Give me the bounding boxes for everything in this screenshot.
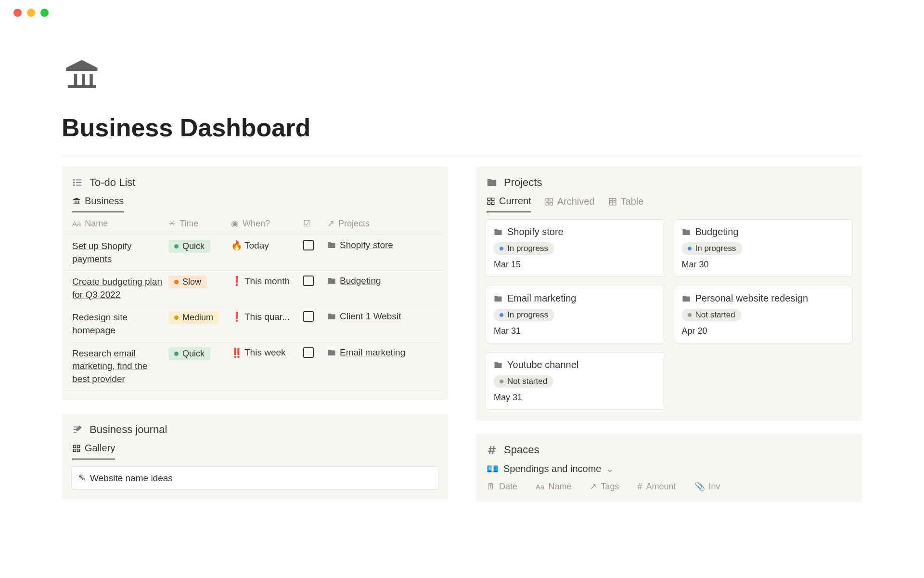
journal-title: Business journal <box>90 423 167 436</box>
checkbox[interactable] <box>303 347 314 358</box>
project-card[interactable]: Email marketing In progress Mar 31 <box>486 286 665 343</box>
checkbox[interactable] <box>303 240 314 250</box>
checkbox[interactable] <box>303 311 314 322</box>
status-pill: In progress <box>494 309 554 321</box>
col-date: Date <box>499 482 517 492</box>
col-spname: Name <box>548 482 571 492</box>
svg-rect-10 <box>77 445 80 447</box>
status-pill: Not started <box>494 375 553 388</box>
project-card[interactable]: Youtube channel Not started May 31 <box>486 352 665 410</box>
pencil-list-icon <box>72 424 83 435</box>
tab-business[interactable]: Business <box>72 196 124 212</box>
folder-icon <box>682 294 691 303</box>
table-row[interactable]: Create budgeting plan for Q3 2022 Slow ❗… <box>65 271 444 306</box>
svg-rect-11 <box>73 449 76 451</box>
svg-line-28 <box>493 446 494 454</box>
table-header: AaName ✳Time ◉When? ☑ ↗Projects <box>65 212 444 235</box>
gallery-item[interactable]: ✎ Website name ideas <box>71 466 438 490</box>
col-tags: Tags <box>601 482 619 492</box>
project-link[interactable]: Budgeting <box>327 276 419 286</box>
folder-icon <box>487 177 497 188</box>
gallery-icon <box>72 444 81 453</box>
svg-point-2 <box>74 185 75 186</box>
folder-icon <box>327 241 336 250</box>
status-pill: In progress <box>494 242 554 255</box>
svg-rect-12 <box>77 449 80 451</box>
money-icon: 💶 <box>487 463 499 474</box>
card-date: Mar 15 <box>494 260 657 270</box>
checkbox[interactable] <box>303 276 314 286</box>
minimize-icon[interactable] <box>27 9 35 17</box>
col-projects: Projects <box>338 219 370 229</box>
project-link[interactable]: Client 1 Websit <box>327 311 419 322</box>
journal-panel: Business journal Gallery ✎ Website name … <box>62 414 448 499</box>
close-icon[interactable] <box>13 9 22 17</box>
svg-line-27 <box>489 446 491 454</box>
col-time: Time <box>180 219 198 229</box>
task-name[interactable]: Set up Shopify payments <box>72 240 168 265</box>
when-cell: ‼️This week <box>231 347 303 358</box>
sun-icon: ✳ <box>168 218 176 229</box>
project-card[interactable]: Budgeting In progress Mar 30 <box>674 219 853 277</box>
page-title: Business Dashboard <box>62 113 862 155</box>
calendar-icon: 🗓 <box>487 482 495 492</box>
window-controls <box>0 0 924 17</box>
card-title-label: Youtube channel <box>507 359 578 370</box>
svg-rect-20 <box>550 202 552 205</box>
tab-gallery[interactable]: Gallery <box>72 443 115 460</box>
tab-table-label: Table <box>621 196 644 207</box>
folder-icon <box>494 228 502 236</box>
tab-business-label: Business <box>85 196 124 207</box>
task-name[interactable]: Redesign site homepage <box>72 311 168 337</box>
spaces-columns: 🗓Date AaName ↗Tags #Amount 📎Inv <box>476 474 862 492</box>
tab-gallery-label: Gallery <box>85 443 115 454</box>
tab-table[interactable]: Table <box>608 196 644 212</box>
chevron-down-icon: ⌄ <box>606 463 614 474</box>
time-pill: Quick <box>168 347 210 360</box>
projects-title: Projects <box>504 176 542 189</box>
folder-icon <box>682 228 691 236</box>
page-bank-icon <box>62 55 102 96</box>
folder-icon <box>494 361 502 369</box>
hash-icon: # <box>637 482 642 492</box>
spaces-select[interactable]: 💶 Spendings and income ⌄ <box>476 456 862 474</box>
card-date: Mar 31 <box>494 326 657 336</box>
task-name[interactable]: Research email marketing, find the best … <box>72 347 168 386</box>
card-title-label: Email marketing <box>507 293 576 304</box>
task-name[interactable]: Create budgeting plan for Q3 2022 <box>72 276 168 301</box>
svg-rect-17 <box>546 198 548 201</box>
tab-archived[interactable]: Archived <box>545 196 595 212</box>
table-row[interactable]: Redesign site homepage Medium ❗This quar… <box>65 306 444 342</box>
table-icon <box>608 197 617 206</box>
time-pill: Slow <box>168 276 207 289</box>
when-icon: ‼️ <box>231 347 243 358</box>
tab-current[interactable]: Current <box>487 196 531 212</box>
card-title-label: Personal website redesign <box>695 293 808 304</box>
project-card[interactable]: Shopify store In progress Mar 15 <box>486 219 665 277</box>
svg-rect-18 <box>550 198 552 201</box>
table-row[interactable]: Research email marketing, find the best … <box>65 342 444 391</box>
when-cell: ❗This quar... <box>231 311 303 322</box>
folder-icon <box>327 276 336 285</box>
arrow-icon: ↗ <box>590 481 597 492</box>
svg-point-1 <box>74 182 75 183</box>
svg-rect-15 <box>488 202 490 204</box>
aa-icon: Aa <box>536 483 544 491</box>
svg-point-0 <box>74 180 75 181</box>
project-card[interactable]: Personal website redesign Not started Ap… <box>674 286 853 343</box>
spaces-title: Spaces <box>504 444 539 456</box>
col-inv: Inv <box>709 482 720 492</box>
list-icon <box>72 177 83 188</box>
maximize-icon[interactable] <box>40 9 49 17</box>
project-link[interactable]: Shopify store <box>327 240 419 250</box>
checkbox-icon: ☑ <box>303 218 311 229</box>
board-icon <box>545 197 553 206</box>
project-link[interactable]: Email marketing <box>327 347 419 358</box>
table-row[interactable]: Set up Shopify payments Quick 🔥Today Sho… <box>65 235 444 271</box>
time-pill: Medium <box>168 311 219 324</box>
folder-icon <box>494 294 502 303</box>
spaces-panel: Spaces 💶 Spendings and income ⌄ 🗓Date Aa… <box>476 434 862 501</box>
bank-icon <box>72 197 81 206</box>
clip-icon: 📎 <box>694 481 705 492</box>
hash-icon <box>487 445 497 455</box>
